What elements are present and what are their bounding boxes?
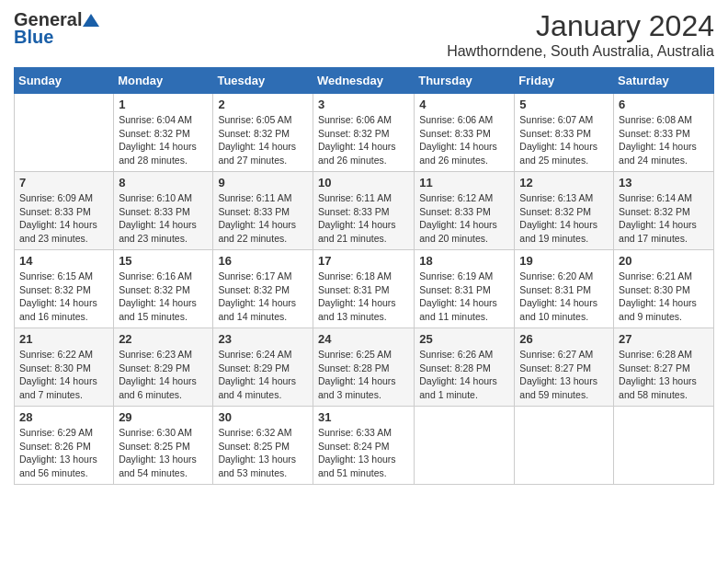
day-number: 6: [619, 98, 709, 111]
day-info: Sunrise: 6:07 AM Sunset: 8:33 PM Dayligh…: [519, 113, 609, 167]
calendar-cell: 25Sunrise: 6:26 AM Sunset: 8:28 PM Dayli…: [415, 328, 515, 407]
day-number: 29: [119, 410, 208, 424]
calendar-cell: 12Sunrise: 6:13 AM Sunset: 8:32 PM Dayli…: [515, 172, 614, 250]
col-header-sunday: Sunday: [15, 68, 114, 94]
day-number: 30: [218, 410, 308, 424]
calendar-cell: 23Sunrise: 6:24 AM Sunset: 8:29 PM Dayli…: [213, 328, 313, 407]
day-info: Sunrise: 6:09 AM Sunset: 8:33 PM Dayligh…: [19, 191, 108, 246]
day-number: 21: [19, 332, 108, 346]
day-number: 18: [419, 254, 509, 268]
calendar-cell: 30Sunrise: 6:32 AM Sunset: 8:25 PM Dayli…: [213, 407, 313, 485]
day-number: 3: [318, 98, 409, 111]
logo-bird-icon: [83, 14, 99, 27]
calendar-cell: 2Sunrise: 6:05 AM Sunset: 8:32 PM Daylig…: [213, 94, 313, 172]
calendar-cell: 11Sunrise: 6:12 AM Sunset: 8:33 PM Dayli…: [415, 172, 515, 250]
day-info: Sunrise: 6:11 AM Sunset: 8:33 PM Dayligh…: [318, 191, 409, 246]
header-row: SundayMondayTuesdayWednesdayThursdayFrid…: [15, 68, 714, 94]
day-info: Sunrise: 6:12 AM Sunset: 8:33 PM Dayligh…: [419, 191, 509, 246]
day-info: Sunrise: 6:22 AM Sunset: 8:30 PM Dayligh…: [19, 348, 108, 402]
week-row-3: 14Sunrise: 6:15 AM Sunset: 8:32 PM Dayli…: [15, 250, 714, 328]
day-number: 7: [19, 176, 108, 190]
day-info: Sunrise: 6:26 AM Sunset: 8:28 PM Dayligh…: [419, 348, 509, 402]
week-row-2: 7Sunrise: 6:09 AM Sunset: 8:33 PM Daylig…: [15, 172, 714, 250]
col-header-monday: Monday: [114, 68, 213, 94]
week-row-1: 1Sunrise: 6:04 AM Sunset: 8:32 PM Daylig…: [15, 94, 714, 172]
logo-blue-text: Blue: [14, 27, 53, 48]
svg-marker-0: [83, 14, 99, 27]
calendar-cell: 18Sunrise: 6:19 AM Sunset: 8:31 PM Dayli…: [415, 250, 515, 328]
day-number: 16: [218, 254, 308, 268]
title-section: January 2024 Hawthorndene, South Austral…: [447, 9, 714, 60]
calendar-cell: 27Sunrise: 6:28 AM Sunset: 8:27 PM Dayli…: [614, 328, 714, 407]
day-info: Sunrise: 6:10 AM Sunset: 8:33 PM Dayligh…: [119, 191, 208, 246]
calendar-cell: 10Sunrise: 6:11 AM Sunset: 8:33 PM Dayli…: [313, 172, 414, 250]
calendar-cell: [415, 407, 515, 485]
calendar-cell: 21Sunrise: 6:22 AM Sunset: 8:30 PM Dayli…: [15, 328, 114, 407]
day-number: 26: [519, 332, 609, 346]
day-number: 19: [519, 254, 609, 268]
calendar-cell: 6Sunrise: 6:08 AM Sunset: 8:33 PM Daylig…: [614, 94, 714, 172]
day-number: 24: [318, 332, 409, 346]
calendar-cell: 28Sunrise: 6:29 AM Sunset: 8:26 PM Dayli…: [15, 407, 114, 485]
day-number: 13: [619, 176, 709, 190]
calendar-cell: [614, 407, 714, 485]
day-number: 4: [419, 98, 509, 111]
month-year-title: January 2024: [447, 9, 714, 43]
day-info: Sunrise: 6:30 AM Sunset: 8:25 PM Dayligh…: [119, 426, 208, 480]
calendar-cell: [515, 407, 614, 485]
day-info: Sunrise: 6:11 AM Sunset: 8:33 PM Dayligh…: [218, 191, 308, 246]
day-info: Sunrise: 6:28 AM Sunset: 8:27 PM Dayligh…: [619, 348, 709, 402]
day-number: 22: [119, 332, 208, 346]
day-info: Sunrise: 6:14 AM Sunset: 8:32 PM Dayligh…: [619, 191, 709, 246]
day-number: 9: [218, 176, 308, 190]
calendar-cell: 4Sunrise: 6:06 AM Sunset: 8:33 PM Daylig…: [415, 94, 515, 172]
calendar-cell: 7Sunrise: 6:09 AM Sunset: 8:33 PM Daylig…: [15, 172, 114, 250]
calendar-cell: 26Sunrise: 6:27 AM Sunset: 8:27 PM Dayli…: [515, 328, 614, 407]
calendar-cell: 13Sunrise: 6:14 AM Sunset: 8:32 PM Dayli…: [614, 172, 714, 250]
col-header-thursday: Thursday: [415, 68, 515, 94]
day-number: 31: [318, 410, 409, 424]
calendar-cell: 24Sunrise: 6:25 AM Sunset: 8:28 PM Dayli…: [313, 328, 414, 407]
calendar-table: SundayMondayTuesdayWednesdayThursdayFrid…: [14, 67, 714, 485]
day-info: Sunrise: 6:33 AM Sunset: 8:24 PM Dayligh…: [318, 426, 409, 480]
calendar-cell: 5Sunrise: 6:07 AM Sunset: 8:33 PM Daylig…: [515, 94, 614, 172]
day-info: Sunrise: 6:25 AM Sunset: 8:28 PM Dayligh…: [318, 348, 409, 402]
col-header-wednesday: Wednesday: [313, 68, 414, 94]
day-number: 17: [318, 254, 409, 268]
day-number: 20: [619, 254, 709, 268]
calendar-cell: 20Sunrise: 6:21 AM Sunset: 8:30 PM Dayli…: [614, 250, 714, 328]
calendar-cell: 15Sunrise: 6:16 AM Sunset: 8:32 PM Dayli…: [114, 250, 213, 328]
day-info: Sunrise: 6:20 AM Sunset: 8:31 PM Dayligh…: [519, 270, 609, 324]
day-number: 27: [619, 332, 709, 346]
day-info: Sunrise: 6:08 AM Sunset: 8:33 PM Dayligh…: [619, 113, 709, 167]
calendar-cell: 22Sunrise: 6:23 AM Sunset: 8:29 PM Dayli…: [114, 328, 213, 407]
day-number: 28: [19, 410, 108, 424]
calendar-cell: [15, 94, 114, 172]
day-info: Sunrise: 6:32 AM Sunset: 8:25 PM Dayligh…: [218, 426, 308, 480]
day-number: 8: [119, 176, 208, 190]
day-number: 15: [119, 254, 208, 268]
day-info: Sunrise: 6:18 AM Sunset: 8:31 PM Dayligh…: [318, 270, 409, 324]
day-info: Sunrise: 6:04 AM Sunset: 8:32 PM Dayligh…: [119, 113, 208, 167]
day-number: 14: [19, 254, 108, 268]
day-info: Sunrise: 6:27 AM Sunset: 8:27 PM Dayligh…: [519, 348, 609, 402]
day-info: Sunrise: 6:19 AM Sunset: 8:31 PM Dayligh…: [419, 270, 509, 324]
day-number: 1: [119, 98, 208, 111]
day-number: 11: [419, 176, 509, 190]
calendar-cell: 17Sunrise: 6:18 AM Sunset: 8:31 PM Dayli…: [313, 250, 414, 328]
day-number: 25: [419, 332, 509, 346]
calendar-cell: 29Sunrise: 6:30 AM Sunset: 8:25 PM Dayli…: [114, 407, 213, 485]
col-header-friday: Friday: [515, 68, 614, 94]
day-number: 2: [218, 98, 308, 111]
day-number: 12: [519, 176, 609, 190]
day-info: Sunrise: 6:05 AM Sunset: 8:32 PM Dayligh…: [218, 113, 308, 167]
day-info: Sunrise: 6:21 AM Sunset: 8:30 PM Dayligh…: [619, 270, 709, 324]
day-number: 23: [218, 332, 308, 346]
calendar-cell: 1Sunrise: 6:04 AM Sunset: 8:32 PM Daylig…: [114, 94, 213, 172]
calendar-cell: 14Sunrise: 6:15 AM Sunset: 8:32 PM Dayli…: [15, 250, 114, 328]
calendar-cell: 31Sunrise: 6:33 AM Sunset: 8:24 PM Dayli…: [313, 407, 414, 485]
week-row-5: 28Sunrise: 6:29 AM Sunset: 8:26 PM Dayli…: [15, 407, 714, 485]
day-info: Sunrise: 6:23 AM Sunset: 8:29 PM Dayligh…: [119, 348, 208, 402]
col-header-saturday: Saturday: [614, 68, 714, 94]
day-info: Sunrise: 6:15 AM Sunset: 8:32 PM Dayligh…: [19, 270, 108, 324]
